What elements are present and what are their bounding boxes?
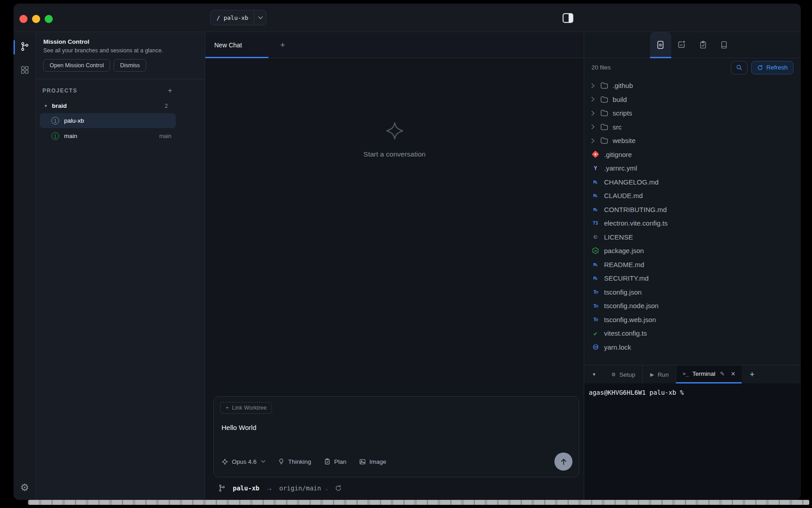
- branch-name: main: [64, 133, 77, 139]
- file-row[interactable]: yarn.lock: [584, 340, 800, 354]
- folder-row[interactable]: build: [584, 92, 800, 106]
- tab-docs[interactable]: [714, 32, 735, 58]
- file-row[interactable]: T⚙tsconfig.json: [584, 285, 800, 299]
- right-panel: 20 files Refresh .githubbuilds: [584, 32, 800, 500]
- mission-control-banner: Mission Control See all your branches an…: [36, 32, 205, 79]
- tab-setup[interactable]: ⚙ Setup: [604, 365, 642, 383]
- folder-name: build: [613, 96, 627, 103]
- tab-terminal[interactable]: >_ Terminal ✎ ×: [676, 365, 742, 383]
- branch-row[interactable]: 1palu-xb: [40, 113, 176, 128]
- projects-list: ▼braid21palu-xb1mainmain: [36, 99, 205, 143]
- titlebar: / palu-xb: [14, 4, 801, 32]
- sidebar: Mission Control See all your branches an…: [36, 32, 205, 500]
- chevron-down-icon: [261, 460, 265, 463]
- plan-toggle[interactable]: Plan: [324, 458, 346, 465]
- svg-text:JS: JS: [594, 249, 597, 252]
- terminal-tabbar: ▼ ⚙ Setup ▶ Run >_ Terminal ✎ ×: [584, 365, 800, 383]
- file-row[interactable]: M↓CLAUDE.md: [584, 189, 800, 203]
- collapse-terminal-button[interactable]: ▼: [584, 365, 604, 383]
- tsconfig-icon: T⚙: [591, 317, 600, 322]
- folder-row[interactable]: src: [584, 120, 800, 134]
- file-row[interactable]: JSpackage.json: [584, 244, 800, 258]
- file-row[interactable]: ©LICENSE: [584, 230, 800, 244]
- file-row[interactable]: M↓SECURITY.md: [584, 272, 800, 286]
- folder-row[interactable]: .github: [584, 79, 800, 93]
- file-row[interactable]: T⚙tsconfig.node.json: [584, 299, 800, 313]
- tab-files[interactable]: [650, 32, 671, 58]
- rename-terminal-icon[interactable]: ✎: [720, 370, 725, 377]
- folder-icon: [600, 137, 609, 144]
- open-mission-control-button[interactable]: Open Mission Control: [43, 59, 110, 72]
- file-row[interactable]: Y.yarnrc.yml: [584, 162, 800, 175]
- file-row[interactable]: .gitignore: [584, 148, 800, 162]
- file-diff-icon: [677, 40, 686, 49]
- folder-icon: [600, 96, 609, 103]
- zoom-window-button[interactable]: [45, 15, 53, 23]
- file-row[interactable]: M↓CHANGELOG.md: [584, 175, 800, 189]
- markdown-icon: M↓: [591, 262, 600, 267]
- close-icon[interactable]: ×: [731, 370, 735, 378]
- close-window-button[interactable]: [19, 15, 28, 23]
- terminal-output[interactable]: agas@KHVG6HL6W1 palu-xb %: [584, 383, 800, 500]
- add-project-button[interactable]: +: [168, 87, 172, 94]
- book-icon: [720, 40, 728, 50]
- minimize-window-button[interactable]: [32, 15, 40, 23]
- project-group-row[interactable]: ▼braid2: [36, 99, 205, 113]
- session-count-badge: 1: [51, 117, 59, 125]
- file-row[interactable]: M↓CONTRIBUTING.md: [584, 203, 800, 217]
- file-row[interactable]: M↓README.md: [584, 258, 800, 272]
- link-worktree-button[interactable]: + Link Worktree: [220, 402, 272, 414]
- settings-button[interactable]: ⚙: [20, 483, 29, 493]
- attach-image-button[interactable]: Image: [359, 458, 387, 465]
- file-row[interactable]: TSelectron.vite.config.ts: [584, 217, 800, 231]
- branch-row[interactable]: 1mainmain: [40, 129, 176, 143]
- file-name: .yarnrc.yml: [604, 164, 637, 172]
- gitignore-icon: [591, 152, 600, 157]
- search-files-button[interactable]: [731, 61, 747, 74]
- thinking-toggle[interactable]: Thinking: [278, 458, 311, 465]
- new-terminal-button[interactable]: +: [750, 365, 755, 383]
- file-row[interactable]: ✔vitest.config.ts: [584, 327, 800, 341]
- terminal-prompt-icon: >_: [683, 371, 688, 377]
- folder-row[interactable]: scripts: [584, 106, 800, 120]
- message-input[interactable]: Hello World: [221, 424, 256, 431]
- folder-name: scripts: [613, 109, 632, 117]
- remote-branch-selector[interactable]: origin/main ⌄: [279, 485, 328, 492]
- new-chat-tab-button[interactable]: +: [280, 40, 285, 50]
- rail-item-mission-control[interactable]: [20, 65, 29, 74]
- chevron-down-icon[interactable]: [254, 10, 266, 25]
- folder-row[interactable]: website: [584, 134, 800, 148]
- tab-new-chat[interactable]: New Chat: [205, 32, 268, 58]
- rail-item-branches[interactable]: [20, 41, 30, 52]
- send-button[interactable]: [554, 453, 572, 471]
- file-name: README.md: [604, 261, 644, 268]
- file-name: tsconfig.web.json: [604, 316, 656, 323]
- tab-run[interactable]: ▶ Run: [642, 365, 676, 383]
- folder-icon: [600, 110, 609, 116]
- sparkle-icon: [221, 458, 228, 465]
- tab-changes[interactable]: [671, 32, 692, 58]
- refresh-button[interactable]: Refresh: [751, 61, 794, 74]
- toggle-right-panel-button[interactable]: [562, 13, 574, 23]
- chevron-right-icon: [591, 83, 596, 88]
- empty-state: Start a conversation: [205, 120, 584, 158]
- dismiss-button[interactable]: Dismiss: [114, 59, 146, 72]
- traffic-lights: [19, 15, 53, 23]
- current-branch[interactable]: palu-xb: [233, 485, 259, 492]
- message-composer[interactable]: + Link Worktree Hello World Opus 4.6: [213, 396, 579, 477]
- panel-layout-icon: [563, 13, 573, 23]
- model-selector[interactable]: Opus 4.6: [221, 458, 265, 465]
- markdown-icon: M↓: [591, 207, 600, 212]
- branch-selector-pill[interactable]: / palu-xb: [210, 10, 267, 25]
- vitest-check-icon: ✔: [591, 330, 600, 337]
- file-name: vitest.config.ts: [604, 329, 647, 337]
- tsconfig-icon: T⚙: [591, 289, 600, 295]
- git-branch-icon: [218, 484, 226, 493]
- git-branch-icon: [20, 41, 30, 52]
- file-row[interactable]: T⚙tsconfig.web.json: [584, 313, 800, 327]
- tab-tasks[interactable]: [692, 32, 714, 58]
- project-name: braid: [52, 102, 67, 109]
- branch-meta: main: [159, 133, 171, 139]
- gear-icon: ⚙: [20, 482, 29, 493]
- refresh-icon[interactable]: [335, 485, 342, 492]
